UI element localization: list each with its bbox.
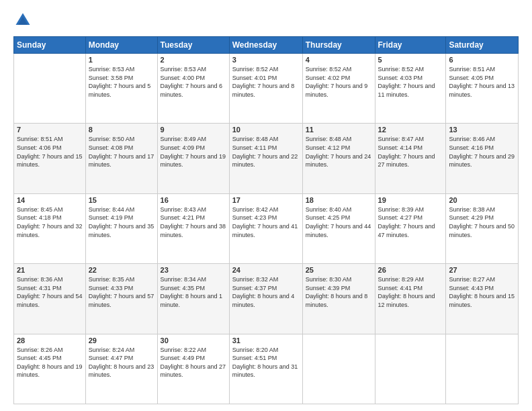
sunrise: Sunrise: 8:45 AM [17, 206, 63, 213]
calendar-cell: 28 Sunrise: 8:26 AM Sunset: 4:45 PM Dayl… [14, 334, 86, 404]
calendar-week-row: 1 Sunrise: 8:53 AM Sunset: 3:58 PM Dayli… [14, 54, 519, 124]
calendar-cell [446, 334, 519, 404]
day-info: Sunrise: 8:29 AM Sunset: 4:41 PM Dayligh… [378, 275, 443, 309]
sunset: Sunset: 4:03 PM [378, 75, 423, 81]
day-info: Sunrise: 8:52 AM Sunset: 4:01 PM Dayligh… [232, 65, 300, 99]
sunset: Sunset: 4:31 PM [17, 285, 62, 291]
sunrise: Sunrise: 8:32 AM [232, 276, 279, 283]
day-number: 22 [89, 266, 154, 274]
sunrise: Sunrise: 8:40 AM [306, 206, 352, 213]
day-info: Sunrise: 8:48 AM Sunset: 4:11 PM Dayligh… [232, 135, 300, 169]
sunset: Sunset: 4:12 PM [306, 144, 351, 151]
sunset: Sunset: 4:05 PM [449, 75, 494, 81]
daylight: Daylight: 8 hours and 1 minute. [161, 293, 223, 308]
daylight: Daylight: 7 hours and 54 minutes. [17, 293, 83, 308]
col-sunday: Sunday [14, 37, 86, 54]
sunrise: Sunrise: 8:53 AM [89, 66, 135, 73]
sunset: Sunset: 4:08 PM [89, 144, 134, 151]
day-number: 17 [232, 196, 300, 204]
calendar-week-row: 14 Sunrise: 8:45 AM Sunset: 4:18 PM Dayl… [14, 193, 519, 263]
daylight: Daylight: 7 hours and 32 minutes. [17, 223, 83, 238]
day-number: 27 [449, 266, 515, 274]
calendar-week-row: 7 Sunrise: 8:51 AM Sunset: 4:06 PM Dayli… [14, 124, 519, 193]
day-number: 6 [449, 56, 515, 64]
calendar-cell: 21 Sunrise: 8:36 AM Sunset: 4:31 PM Dayl… [14, 264, 86, 334]
logo-icon [13, 11, 32, 30]
sunrise: Sunrise: 8:27 AM [449, 276, 495, 283]
day-info: Sunrise: 8:43 AM Sunset: 4:21 PM Dayligh… [161, 205, 226, 239]
day-number: 21 [17, 266, 83, 274]
day-number: 8 [89, 126, 154, 134]
day-info: Sunrise: 8:35 AM Sunset: 4:33 PM Dayligh… [89, 275, 154, 309]
daylight: Daylight: 8 hours and 12 minutes. [378, 293, 435, 308]
calendar-cell [302, 334, 375, 404]
header [13, 11, 519, 30]
calendar-cell: 5 Sunrise: 8:52 AM Sunset: 4:03 PM Dayli… [375, 54, 446, 124]
calendar-cell: 18 Sunrise: 8:40 AM Sunset: 4:25 PM Dayl… [302, 193, 375, 263]
sunset: Sunset: 4:14 PM [378, 144, 423, 151]
sunset: Sunset: 4:09 PM [161, 144, 206, 151]
daylight: Daylight: 7 hours and 41 minutes. [232, 223, 298, 238]
col-saturday: Saturday [446, 37, 519, 54]
calendar-cell: 20 Sunrise: 8:38 AM Sunset: 4:29 PM Dayl… [446, 193, 519, 263]
sunset: Sunset: 4:02 PM [306, 75, 351, 81]
daylight: Daylight: 8 hours and 27 minutes. [161, 363, 226, 379]
sunrise: Sunrise: 8:49 AM [161, 136, 207, 142]
day-number: 9 [161, 126, 226, 134]
sunset: Sunset: 4:21 PM [161, 214, 206, 221]
day-info: Sunrise: 8:38 AM Sunset: 4:29 PM Dayligh… [449, 205, 515, 239]
day-number: 26 [378, 266, 443, 274]
day-number: 30 [161, 336, 226, 345]
day-info: Sunrise: 8:45 AM Sunset: 4:18 PM Dayligh… [17, 205, 83, 239]
calendar-cell: 23 Sunrise: 8:34 AM Sunset: 4:35 PM Dayl… [157, 264, 229, 334]
daylight: Daylight: 7 hours and 47 minutes. [378, 223, 435, 238]
sunrise: Sunrise: 8:51 AM [449, 66, 495, 73]
day-number: 19 [378, 196, 443, 204]
sunset: Sunset: 4:37 PM [232, 285, 277, 291]
calendar-cell: 15 Sunrise: 8:44 AM Sunset: 4:19 PM Dayl… [85, 193, 157, 263]
calendar-cell: 2 Sunrise: 8:53 AM Sunset: 4:00 PM Dayli… [157, 54, 229, 124]
day-info: Sunrise: 8:36 AM Sunset: 4:31 PM Dayligh… [17, 275, 83, 309]
calendar-cell: 11 Sunrise: 8:48 AM Sunset: 4:12 PM Dayl… [302, 124, 375, 193]
day-info: Sunrise: 8:48 AM Sunset: 4:12 PM Dayligh… [306, 135, 372, 169]
col-wednesday: Wednesday [229, 37, 302, 54]
sunrise: Sunrise: 8:30 AM [306, 276, 352, 283]
calendar-week-row: 28 Sunrise: 8:26 AM Sunset: 4:45 PM Dayl… [14, 334, 519, 404]
day-info: Sunrise: 8:53 AM Sunset: 4:00 PM Dayligh… [161, 65, 226, 99]
day-info: Sunrise: 8:26 AM Sunset: 4:45 PM Dayligh… [17, 346, 83, 379]
calendar-header-row: Sunday Monday Tuesday Wednesday Thursday… [14, 37, 519, 54]
daylight: Daylight: 7 hours and 35 minutes. [89, 223, 154, 238]
sunrise: Sunrise: 8:52 AM [378, 66, 425, 73]
sunset: Sunset: 4:39 PM [306, 285, 351, 291]
daylight: Daylight: 8 hours and 19 minutes. [17, 363, 83, 379]
sunrise: Sunrise: 8:48 AM [306, 136, 352, 142]
calendar-cell [375, 334, 446, 404]
daylight: Daylight: 7 hours and 44 minutes. [306, 223, 371, 238]
sunset: Sunset: 4:06 PM [17, 144, 62, 151]
day-number: 25 [306, 266, 372, 274]
calendar-cell: 4 Sunrise: 8:52 AM Sunset: 4:02 PM Dayli… [302, 54, 375, 124]
sunrise: Sunrise: 8:51 AM [17, 136, 63, 142]
sunrise: Sunrise: 8:42 AM [232, 206, 279, 213]
day-info: Sunrise: 8:46 AM Sunset: 4:16 PM Dayligh… [449, 135, 515, 169]
daylight: Daylight: 8 hours and 23 minutes. [89, 363, 154, 379]
calendar-cell: 25 Sunrise: 8:30 AM Sunset: 4:39 PM Dayl… [302, 264, 375, 334]
day-number: 18 [306, 196, 372, 204]
daylight: Daylight: 7 hours and 9 minutes. [306, 83, 368, 98]
sunrise: Sunrise: 8:46 AM [449, 136, 495, 142]
day-info: Sunrise: 8:20 AM Sunset: 4:51 PM Dayligh… [232, 346, 300, 379]
daylight: Daylight: 7 hours and 17 minutes. [89, 153, 154, 169]
day-number: 7 [17, 126, 83, 134]
calendar-cell: 3 Sunrise: 8:52 AM Sunset: 4:01 PM Dayli… [229, 54, 302, 124]
day-info: Sunrise: 8:22 AM Sunset: 4:49 PM Dayligh… [161, 346, 226, 379]
sunset: Sunset: 4:47 PM [89, 355, 134, 361]
calendar-cell: 19 Sunrise: 8:39 AM Sunset: 4:27 PM Dayl… [375, 193, 446, 263]
day-info: Sunrise: 8:34 AM Sunset: 4:35 PM Dayligh… [161, 275, 226, 309]
day-number: 28 [17, 336, 83, 345]
day-info: Sunrise: 8:47 AM Sunset: 4:14 PM Dayligh… [378, 135, 443, 169]
daylight: Daylight: 7 hours and 27 minutes. [378, 153, 435, 169]
sunrise: Sunrise: 8:43 AM [161, 206, 207, 213]
day-number: 15 [89, 196, 154, 204]
sunset: Sunset: 4:49 PM [161, 355, 206, 361]
sunrise: Sunrise: 8:36 AM [17, 276, 63, 283]
